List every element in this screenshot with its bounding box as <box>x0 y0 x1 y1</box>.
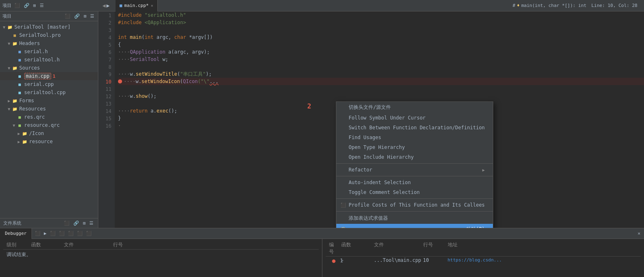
expand-arrow: ▼ <box>7 107 11 111</box>
top-bar: 项目 ⬛ 🔗 ⊞ ☰ ◀ ▶ ■ main.cpp* ✕ # ♦ main(in… <box>0 0 644 11</box>
menu-item-switch-declaration[interactable]: Switch Between Function Declaration/Defi… <box>336 123 493 133</box>
folder-icon: 📁 <box>11 65 18 71</box>
sidebar-item-resource-qrc[interactable]: ▼ ■ resource.qrc <box>0 121 98 129</box>
profile-icon: ⬛ <box>340 203 347 208</box>
menu-label: Open Type Hierarchy <box>349 144 405 150</box>
nav-arrows: ◀ ▶ <box>102 2 110 9</box>
tab-debugger[interactable]: Debugger <box>0 228 32 239</box>
fs-more-icon[interactable]: ☰ <box>88 220 95 226</box>
menu-label: Toggle Comment Selection <box>349 189 420 195</box>
more-icon[interactable]: ☰ <box>39 2 45 9</box>
item-label: serialtool.cpp <box>24 90 66 95</box>
h-icon: ■ <box>16 48 23 55</box>
col-header-level: 级别 <box>3 241 28 248</box>
link-icon[interactable]: 🔗 <box>23 2 31 9</box>
menu-item-add-expression[interactable]: 添加表达式求值器 <box>336 213 493 224</box>
debug-step-in-icon[interactable]: ⬛ <box>58 230 66 236</box>
debug-step-over-icon[interactable]: ⬛ <box>49 230 57 236</box>
menu-item-include-hierarchy[interactable]: Open Include Hierarchy <box>336 152 493 162</box>
sidebar: 项目 ⬛ 🔗 ⊞ ☰ ▼ 📁 SerialTool [master] ■ Ser… <box>0 11 98 228</box>
menu-item-type-hierarchy[interactable]: Open Type Hierarchy <box>336 142 493 152</box>
nav-back[interactable]: ◀ <box>102 2 106 9</box>
menu-item-auto-indent[interactable]: Auto-indent Selection <box>336 178 493 187</box>
sidebar-item-serialtool-master[interactable]: ▼ 📁 SerialTool [master] <box>0 23 98 31</box>
sidebar-item-serial-cpp[interactable]: ■ serial.cpp <box>0 80 98 88</box>
col-header-func: 函数 <box>28 241 61 248</box>
error-badge: 1 <box>53 74 56 79</box>
sidebar-item-headers[interactable]: ▼ 📁 Headers <box>0 39 98 47</box>
row-line: 10 <box>420 257 444 264</box>
item-label: SerialTool.pro <box>19 32 61 38</box>
tab-close-btn[interactable]: ✕ <box>151 3 153 8</box>
item-label: res.qrc <box>24 114 45 120</box>
line-num-10: 10 <box>98 78 115 85</box>
sidebar-title: 项目 <box>2 13 11 19</box>
menu-item-switch-header[interactable]: 切换头文件/源文件 <box>336 102 493 113</box>
error-dot <box>118 79 122 83</box>
sidebar-item-icon[interactable]: ▶ 📁 /Icon <box>0 129 98 137</box>
right-table-header: 编号 函数 文件 行号 地址 <box>326 241 641 257</box>
menu-label: Open Include Hierarchy <box>349 154 414 160</box>
debug-filter-icon[interactable]: ⬛ <box>34 230 42 236</box>
fs-filter-icon[interactable]: ⬛ <box>63 220 71 226</box>
paste-icon: 📋 <box>340 227 347 228</box>
line-num-12: 12 <box>98 92 115 100</box>
sidebar-item-serialtool-h[interactable]: ■ serialtool.h <box>0 56 98 64</box>
menu-item-find-usages[interactable]: Find Usages <box>336 133 493 142</box>
nav-forward[interactable]: ▶ <box>107 2 110 9</box>
menu-item-refactor[interactable]: Refactor ▶ <box>336 165 493 175</box>
menu-item-paste[interactable]: 📋 粘贴(P) <box>336 224 493 228</box>
sidebar-item-main-cpp[interactable]: ■ main.cpp 1 <box>0 72 98 80</box>
debugger-table-header: 级别 函数 文件 行号 <box>3 241 319 250</box>
col-header-file: 文件 <box>61 241 110 248</box>
col-header-num: 编号 <box>326 241 338 255</box>
expand-arrow: ▼ <box>7 66 11 70</box>
filter-icon[interactable]: ⬛ <box>13 2 21 9</box>
line-num-6: 6 <box>98 48 115 56</box>
menu-label: Refactor <box>349 167 372 173</box>
tab-main-cpp[interactable]: ■ main.cpp* ✕ <box>116 0 158 11</box>
fs-link-icon[interactable]: 🔗 <box>72 220 80 226</box>
sidebar-bottom-icons: ⬛ 🔗 ⊞ ☰ <box>63 220 95 226</box>
menu-item-follow-symbol[interactable]: Follow Symbol Under Cursor <box>336 113 493 123</box>
sidebar-item-res-qrc[interactable]: ■ res.qrc <box>0 113 98 121</box>
fs-grid-icon[interactable]: ⊞ <box>82 220 87 226</box>
menu-item-profile-costs[interactable]: ⬛ Profile Costs of This Function and Its… <box>336 200 493 210</box>
code-line-1: #include "serialtool.h" <box>118 11 644 19</box>
item-label: SerialTool [master] <box>14 24 70 30</box>
sidebar-link-icon[interactable]: 🔗 <box>73 13 81 19</box>
sidebar-item-serial-h[interactable]: ■ serial.h <box>0 47 98 56</box>
panel-close-icon[interactable]: ✕ <box>636 230 642 236</box>
sidebar-item-serialtool-cpp[interactable]: ■ serialtool.cpp <box>0 88 98 97</box>
code-line-6: ····QApplication a(argc, argv); <box>118 48 644 56</box>
breadcrumb-text: main(int, char *[]): int <box>521 3 586 8</box>
sidebar-grid-icon[interactable]: ⊞ <box>82 13 88 19</box>
line-num-2: 2 <box>98 19 115 26</box>
sidebar-item-forms[interactable]: ▶ 📁 Forms <box>0 97 98 105</box>
debug-play-icon[interactable]: ▶ <box>43 230 48 236</box>
menu-item-toggle-comment[interactable]: Toggle Comment Selection <box>336 187 493 197</box>
expand-arrow: ▼ <box>2 25 7 29</box>
sidebar-item-resources[interactable]: ▼ 📁 Resources <box>0 105 98 113</box>
debugger-table-row[interactable]: ●1 - ...Tool\main.cpp 10 https://blog.cs… <box>326 257 641 265</box>
line-num-13: 13 <box>98 100 115 107</box>
debug-restart-icon[interactable]: ⬛ <box>85 230 93 236</box>
folder-icon: 📁 <box>21 138 28 145</box>
item-label: Headers <box>19 41 40 46</box>
line-numbers: 1 2 3 4 5 6 7 8 9 10 11 12 13 14 15 16 <box>98 11 115 228</box>
sidebar-filter-icon[interactable]: ⬛ <box>63 13 72 19</box>
row-error-dot: ● <box>329 257 339 264</box>
sidebar-more-icon[interactable]: ☰ <box>89 13 95 19</box>
sidebar-item-sources[interactable]: ▼ 📁 Sources <box>0 64 98 72</box>
menu-label: 切换头文件/源文件 <box>349 104 391 111</box>
debug-step-out-icon[interactable]: ⬛ <box>67 230 75 236</box>
expand-arrow: ▶ <box>7 99 11 103</box>
debug-status: 调试结束。 <box>3 250 319 260</box>
sync-icon[interactable]: ⊞ <box>32 2 37 9</box>
col-header-file-r: 文件 <box>371 241 420 255</box>
sidebar-item-resource[interactable]: ▶ 📁 resource <box>0 137 98 146</box>
tab-label: main.cpp* <box>124 3 149 8</box>
debug-stop-icon[interactable]: ⬛ <box>76 230 84 236</box>
folder-icon: 📁 <box>21 130 28 137</box>
sidebar-item-serialtool-pro[interactable]: ■ SerialTool.pro <box>0 31 98 39</box>
